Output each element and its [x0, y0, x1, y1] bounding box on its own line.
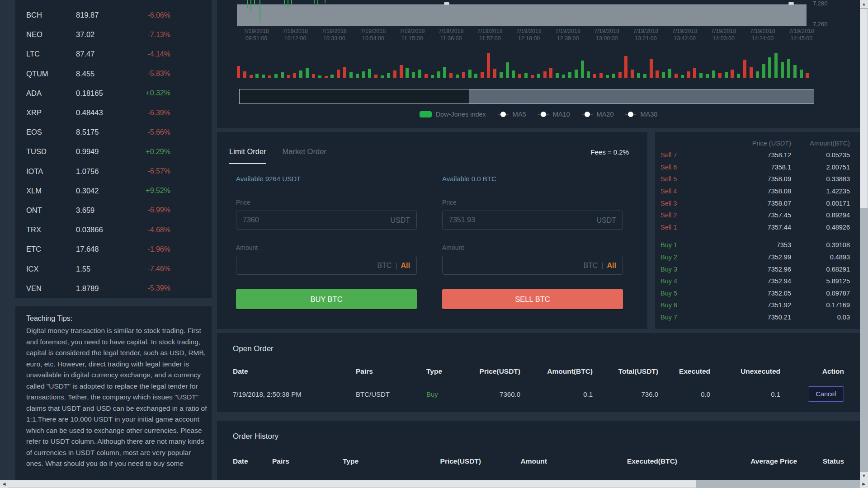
scroll-right-icon[interactable]: ▶ [860, 480, 868, 488]
buy-price-input[interactable] [236, 211, 416, 229]
order-book-row-buy-5[interactable]: Buy 57352.050.09787 [655, 287, 860, 300]
buy-btc-button[interactable]: BUY BTC [236, 289, 417, 309]
volume-bar [612, 74, 615, 78]
coin-change: -6.99% [135, 206, 170, 214]
legend-item-ma20[interactable]: MA20 [582, 111, 614, 118]
order-book-row-buy-2[interactable]: Buy 27352.990.4893 [655, 251, 860, 263]
legend-label: MA10 [553, 111, 570, 118]
volume-bar [562, 75, 565, 78]
coin-symbol: ONT [26, 206, 76, 215]
chart-zoom-slider[interactable] [239, 89, 814, 104]
order-book-row-sell-6[interactable]: Sell 67358.12.00751 [655, 161, 860, 174]
column-header-price-usdt-: Price(USDT) [472, 367, 520, 375]
volume-bar [575, 70, 578, 78]
order-book-level-label: Sell 6 [660, 164, 697, 171]
axis-time: 10:33:00 [312, 35, 356, 42]
horizontal-scrollbar[interactable]: ◀ ▶ [0, 480, 868, 488]
sell-all-button[interactable]: All [607, 262, 616, 270]
order-book-amount: 2.00751 [791, 164, 850, 171]
order-book-price-header: Price (USDT) [697, 140, 791, 147]
chart-drag-band[interactable] [237, 5, 807, 26]
market-row-bch[interactable]: BCH819.87-6.06% [15, 5, 212, 25]
sell-price-input[interactable] [443, 211, 623, 229]
scroll-down-icon[interactable]: ▼ [860, 472, 868, 480]
order-book-row-sell-1[interactable]: Sell 17357.440.48926 [655, 221, 860, 234]
order-book-row-sell-3[interactable]: Sell 37358.070.00171 [655, 197, 860, 209]
coin-symbol: XLM [26, 187, 76, 195]
market-row-xrp[interactable]: XRP0.48443-6.39% [15, 103, 212, 122]
candle-wick [291, 0, 292, 4]
teaching-tips-panel: Teaching Tips: Digital money transaction… [15, 306, 212, 480]
scroll-up-icon[interactable]: ▲ [860, 0, 868, 8]
order-book-price: 7357.45 [697, 211, 791, 219]
order-book-price: 7358.08 [697, 188, 791, 195]
order-book-level-label: Buy 1 [660, 241, 697, 249]
tab-limit-order[interactable]: Limit Order [229, 147, 266, 164]
volume-bar [512, 70, 515, 78]
order-book-row-sell-5[interactable]: Sell 57358.090.33883 [655, 173, 860, 185]
legend-item-ma5[interactable]: MA5 [498, 111, 526, 118]
axis-date: 7/19/2018 [312, 28, 356, 35]
market-row-ven[interactable]: VEN1.8789-5.39% [15, 279, 212, 298]
volume-bar [743, 60, 746, 78]
coin-symbol: XRP [26, 108, 76, 117]
market-row-trx[interactable]: TRX0.03866-4.68% [15, 220, 212, 239]
coin-symbol: QTUM [26, 70, 76, 78]
volume-bar [768, 57, 771, 78]
volume-bar [500, 72, 503, 78]
order-book-price: 7357.44 [697, 224, 791, 231]
cancel-order-button[interactable]: Cancel [808, 386, 844, 402]
market-row-ont[interactable]: ONT3.659-6.99% [15, 201, 212, 220]
coin-change: -5.39% [135, 284, 170, 292]
order-book-level-label: Sell 2 [660, 211, 697, 219]
market-row-tusd[interactable]: TUSD0.9949+0.29% [15, 142, 212, 161]
vertical-scrollbar[interactable] [860, 0, 868, 480]
axis-time: 12:39:00 [546, 35, 590, 42]
legend-item-dow-jones[interactable]: Dow-Jones index [420, 111, 486, 118]
coin-symbol: VEN [26, 284, 76, 293]
order-book-row-sell-2[interactable]: Sell 27357.450.89294 [655, 209, 860, 221]
scroll-left-icon[interactable]: ◀ [0, 480, 8, 488]
volume-bar [287, 75, 290, 78]
order-book-row-sell-4[interactable]: Sell 47358.081.42235 [655, 185, 860, 197]
coin-price: 1.0756 [76, 167, 135, 176]
market-row-eos[interactable]: EOS8.5175-5.66% [15, 122, 212, 142]
order-book-row-buy-1[interactable]: Buy 173530.39108 [655, 239, 860, 251]
volume-bar [681, 75, 684, 78]
volume-bar [537, 74, 540, 78]
tab-market-order[interactable]: Market Order [283, 147, 326, 164]
market-row-etc[interactable]: ETC17.648-1.96% [15, 239, 212, 259]
order-book-row-buy-6[interactable]: Buy 67351.920.17169 [655, 299, 860, 311]
volume-bars [237, 51, 809, 78]
volume-bar [255, 74, 259, 78]
market-row-xlm[interactable]: XLM0.3042+9.52% [15, 181, 212, 201]
candle-wick [314, 0, 315, 4]
time-axis-label: 7/19/201810:33:00 [312, 28, 356, 42]
order-book-row-buy-7[interactable]: Buy 77350.210.03 [655, 311, 860, 324]
column-header-executed-btc-: Executed(BTC) [547, 457, 677, 465]
market-row-ltc[interactable]: LTC87.47-4.14% [15, 44, 212, 64]
volume-bar [531, 75, 534, 78]
legend-item-ma30[interactable]: MA30 [625, 111, 657, 118]
buy-all-button[interactable]: All [401, 262, 410, 270]
market-row-icx[interactable]: ICX1.55-7.46% [15, 259, 212, 278]
time-axis-label: 7/19/201812:39:00 [546, 28, 590, 42]
market-row-neo[interactable]: NEO37.02-7.13% [15, 25, 212, 44]
volume-bar [793, 65, 797, 78]
volume-bar [431, 75, 434, 78]
order-book-row-sell-7[interactable]: Sell 77358.120.05235 [655, 149, 860, 161]
order-book-amount: 0.39108 [791, 241, 850, 249]
horizontal-scrollbar-thumb[interactable] [8, 480, 696, 488]
order-book-row-buy-3[interactable]: Buy 37352.960.68291 [655, 263, 860, 275]
column-header-amount-btc-: Amount(BTC) [520, 367, 593, 375]
axis-time: 13:42:00 [663, 35, 707, 42]
sell-btc-button[interactable]: SELL BTC [442, 289, 623, 309]
market-row-qtum[interactable]: QTUM8.455-5.83% [15, 64, 212, 84]
vertical-scrollbar-thumb[interactable] [860, 9, 868, 208]
volume-bar [781, 62, 784, 78]
legend-item-ma10[interactable]: MA10 [538, 111, 570, 118]
order-book-row-buy-4[interactable]: Buy 47352.945.89125 [655, 275, 860, 287]
market-row-iota[interactable]: IOTA1.0756-6.57% [15, 162, 212, 181]
market-row-ada[interactable]: ADA0.18165+0.32% [15, 84, 212, 103]
coin-change: +0.29% [135, 148, 170, 156]
